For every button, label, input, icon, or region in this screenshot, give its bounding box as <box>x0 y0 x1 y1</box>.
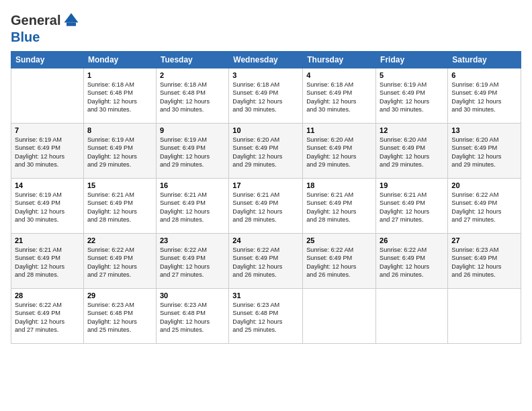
table-row: 11Sunrise: 6:20 AM Sunset: 6:49 PM Dayli… <box>303 124 376 179</box>
day-number: 2 <box>160 71 225 79</box>
day-number: 7 <box>15 126 80 134</box>
table-row: 29Sunrise: 6:23 AM Sunset: 6:48 PM Dayli… <box>83 289 156 344</box>
col-friday: Friday <box>376 52 448 68</box>
table-row: 17Sunrise: 6:21 AM Sunset: 6:49 PM Dayli… <box>229 179 303 234</box>
day-info: Sunrise: 6:23 AM Sunset: 6:48 PM Dayligh… <box>87 301 152 334</box>
day-number: 13 <box>451 126 517 134</box>
day-number: 10 <box>232 126 299 134</box>
day-number: 8 <box>87 126 152 134</box>
day-info: Sunrise: 6:23 AM Sunset: 6:48 PM Dayligh… <box>160 301 225 334</box>
col-saturday: Saturday <box>448 52 521 68</box>
day-info: Sunrise: 6:23 AM Sunset: 6:49 PM Dayligh… <box>451 246 517 279</box>
day-info: Sunrise: 6:21 AM Sunset: 6:49 PM Dayligh… <box>380 191 444 224</box>
day-info: Sunrise: 6:18 AM Sunset: 6:49 PM Dayligh… <box>306 81 372 114</box>
table-row: 9Sunrise: 6:19 AM Sunset: 6:49 PM Daylig… <box>156 124 228 179</box>
day-number: 26 <box>380 236 444 244</box>
day-info: Sunrise: 6:21 AM Sunset: 6:49 PM Dayligh… <box>306 191 372 224</box>
day-info: Sunrise: 6:22 AM Sunset: 6:49 PM Dayligh… <box>160 246 225 279</box>
table-row: 10Sunrise: 6:20 AM Sunset: 6:49 PM Dayli… <box>229 124 303 179</box>
day-info: Sunrise: 6:21 AM Sunset: 6:49 PM Dayligh… <box>15 246 80 279</box>
day-number: 30 <box>160 291 225 300</box>
col-monday: Monday <box>83 52 156 68</box>
day-number: 20 <box>451 181 517 189</box>
day-info: Sunrise: 6:19 AM Sunset: 6:49 PM Dayligh… <box>160 136 225 169</box>
table-row: 31Sunrise: 6:23 AM Sunset: 6:48 PM Dayli… <box>229 289 303 344</box>
day-number: 15 <box>87 181 152 189</box>
logo-icon <box>62 11 81 30</box>
day-info: Sunrise: 6:20 AM Sunset: 6:49 PM Dayligh… <box>306 136 372 169</box>
table-row: 30Sunrise: 6:23 AM Sunset: 6:48 PM Dayli… <box>156 289 228 344</box>
table-row: 21Sunrise: 6:21 AM Sunset: 6:49 PM Dayli… <box>11 234 84 289</box>
table-row: 5Sunrise: 6:19 AM Sunset: 6:49 PM Daylig… <box>376 68 448 124</box>
table-row: 4Sunrise: 6:18 AM Sunset: 6:49 PM Daylig… <box>303 68 376 124</box>
table-row: 14Sunrise: 6:19 AM Sunset: 6:49 PM Dayli… <box>11 179 84 234</box>
table-row: 8Sunrise: 6:19 AM Sunset: 6:49 PM Daylig… <box>83 124 156 179</box>
day-info: Sunrise: 6:19 AM Sunset: 6:49 PM Dayligh… <box>15 136 80 169</box>
col-sunday: Sunday <box>11 52 84 68</box>
day-info: Sunrise: 6:20 AM Sunset: 6:49 PM Dayligh… <box>380 136 444 169</box>
table-row: 13Sunrise: 6:20 AM Sunset: 6:49 PM Dayli… <box>448 124 521 179</box>
day-number: 1 <box>87 71 152 79</box>
table-row: 7Sunrise: 6:19 AM Sunset: 6:49 PM Daylig… <box>11 124 84 179</box>
table-row <box>303 289 376 344</box>
table-row: 16Sunrise: 6:21 AM Sunset: 6:49 PM Dayli… <box>156 179 228 234</box>
table-row <box>448 289 521 344</box>
day-info: Sunrise: 6:18 AM Sunset: 6:48 PM Dayligh… <box>87 81 152 114</box>
calendar-week-row: 1Sunrise: 6:18 AM Sunset: 6:48 PM Daylig… <box>11 68 521 124</box>
table-row: 2Sunrise: 6:18 AM Sunset: 6:48 PM Daylig… <box>156 68 228 124</box>
day-info: Sunrise: 6:18 AM Sunset: 6:49 PM Dayligh… <box>232 81 299 114</box>
table-row: 25Sunrise: 6:22 AM Sunset: 6:49 PM Dayli… <box>303 234 376 289</box>
table-row: 27Sunrise: 6:23 AM Sunset: 6:49 PM Dayli… <box>448 234 521 289</box>
day-info: Sunrise: 6:21 AM Sunset: 6:49 PM Dayligh… <box>232 191 299 224</box>
table-row: 20Sunrise: 6:22 AM Sunset: 6:49 PM Dayli… <box>448 179 521 234</box>
table-row: 28Sunrise: 6:22 AM Sunset: 6:49 PM Dayli… <box>11 289 84 344</box>
day-info: Sunrise: 6:19 AM Sunset: 6:49 PM Dayligh… <box>15 191 80 224</box>
table-row <box>11 68 84 124</box>
page: General Blue Sunday Monday Tuesday Wedne… <box>0 0 532 411</box>
day-info: Sunrise: 6:21 AM Sunset: 6:49 PM Dayligh… <box>160 191 225 224</box>
day-info: Sunrise: 6:19 AM Sunset: 6:49 PM Dayligh… <box>451 81 517 114</box>
table-row: 12Sunrise: 6:20 AM Sunset: 6:49 PM Dayli… <box>376 124 448 179</box>
day-info: Sunrise: 6:19 AM Sunset: 6:49 PM Dayligh… <box>380 81 444 114</box>
day-number: 31 <box>232 291 299 300</box>
header: General Blue <box>11 11 521 44</box>
day-number: 22 <box>87 236 152 244</box>
table-row: 23Sunrise: 6:22 AM Sunset: 6:49 PM Dayli… <box>156 234 228 289</box>
table-row: 24Sunrise: 6:22 AM Sunset: 6:49 PM Dayli… <box>229 234 303 289</box>
table-row: 15Sunrise: 6:21 AM Sunset: 6:49 PM Dayli… <box>83 179 156 234</box>
day-info: Sunrise: 6:22 AM Sunset: 6:49 PM Dayligh… <box>87 246 152 279</box>
day-number: 17 <box>232 181 299 189</box>
day-info: Sunrise: 6:20 AM Sunset: 6:49 PM Dayligh… <box>451 136 517 169</box>
day-number: 28 <box>15 291 80 300</box>
day-number: 19 <box>380 181 444 189</box>
day-number: 21 <box>15 236 80 244</box>
day-info: Sunrise: 6:21 AM Sunset: 6:49 PM Dayligh… <box>87 191 152 224</box>
day-number: 5 <box>380 71 444 79</box>
day-number: 24 <box>232 236 299 244</box>
day-info: Sunrise: 6:22 AM Sunset: 6:49 PM Dayligh… <box>15 301 80 334</box>
table-row: 19Sunrise: 6:21 AM Sunset: 6:49 PM Dayli… <box>376 179 448 234</box>
calendar-week-row: 21Sunrise: 6:21 AM Sunset: 6:49 PM Dayli… <box>11 234 521 289</box>
calendar-week-row: 28Sunrise: 6:22 AM Sunset: 6:49 PM Dayli… <box>11 289 521 344</box>
day-number: 12 <box>380 126 444 134</box>
svg-rect-1 <box>66 23 76 26</box>
day-info: Sunrise: 6:22 AM Sunset: 6:49 PM Dayligh… <box>380 246 444 279</box>
calendar-week-row: 7Sunrise: 6:19 AM Sunset: 6:49 PM Daylig… <box>11 124 521 179</box>
day-number: 11 <box>306 126 372 134</box>
logo: General Blue <box>11 11 81 44</box>
day-number: 18 <box>306 181 372 189</box>
col-wednesday: Wednesday <box>229 52 303 68</box>
logo-blue: Blue <box>11 30 40 44</box>
day-info: Sunrise: 6:18 AM Sunset: 6:48 PM Dayligh… <box>160 81 225 114</box>
day-number: 6 <box>451 71 517 79</box>
svg-marker-0 <box>64 13 79 23</box>
day-info: Sunrise: 6:20 AM Sunset: 6:49 PM Dayligh… <box>232 136 299 169</box>
day-number: 25 <box>306 236 372 244</box>
table-row: 18Sunrise: 6:21 AM Sunset: 6:49 PM Dayli… <box>303 179 376 234</box>
day-info: Sunrise: 6:23 AM Sunset: 6:48 PM Dayligh… <box>232 301 299 334</box>
table-row <box>376 289 448 344</box>
day-info: Sunrise: 6:22 AM Sunset: 6:49 PM Dayligh… <box>451 191 517 224</box>
day-number: 29 <box>87 291 152 300</box>
table-row: 3Sunrise: 6:18 AM Sunset: 6:49 PM Daylig… <box>229 68 303 124</box>
table-row: 22Sunrise: 6:22 AM Sunset: 6:49 PM Dayli… <box>83 234 156 289</box>
